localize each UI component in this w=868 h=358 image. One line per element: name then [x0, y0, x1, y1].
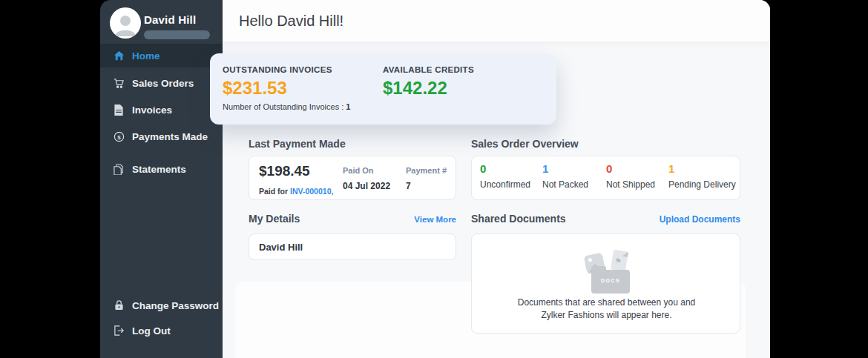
- documents-description: Documents that are shared between you an…: [472, 296, 741, 322]
- sidebar-item-label: Log Out: [132, 325, 171, 337]
- sidebar-item-label: Payments Made: [132, 131, 208, 142]
- sidebar: David Hill Home Sales Orders Invoices $ …: [100, 0, 223, 358]
- paid-for-line: Paid for INV-000010,: [259, 187, 333, 196]
- home-icon: [113, 50, 125, 62]
- invoice-icon: [113, 104, 125, 116]
- cart-icon: [113, 77, 125, 89]
- folder-label: DOCS: [591, 278, 630, 283]
- svg-text:$: $: [117, 133, 121, 140]
- sales-overview-card: 0 Unconfirmed 1 Not Packed 0 Not Shipped…: [471, 156, 740, 200]
- pdf-file-icon: ⚑: [611, 250, 628, 272]
- available-credits-label: AVAILABLE CREDITS: [383, 65, 546, 74]
- last-payment-title: Last Payment Made: [249, 138, 346, 150]
- user-name: David Hill: [144, 13, 196, 26]
- shared-documents-header: Shared Documents Upload Documents: [471, 213, 740, 225]
- stat-value: 1: [542, 162, 548, 175]
- docs-folder-icon: DOCS: [591, 270, 630, 294]
- page-header: Hello David Hill!: [223, 0, 770, 42]
- last-payment-card: $198.45 Paid for INV-000010, Paid On 04 …: [249, 156, 456, 200]
- invoice-link[interactable]: INV-000010,: [290, 187, 333, 196]
- logout-icon: [113, 325, 125, 337]
- main-content: Hello David Hill! OUTSTANDING INVOICES $…: [223, 0, 770, 358]
- sidebar-item-sales-orders[interactable]: Sales Orders: [100, 71, 223, 95]
- sidebar-item-home[interactable]: Home: [100, 44, 223, 67]
- lock-icon: [113, 299, 125, 311]
- shared-documents-title: Shared Documents: [471, 213, 566, 225]
- upload-documents-link[interactable]: Upload Documents: [660, 214, 740, 225]
- sidebar-item-payments-made[interactable]: $ Payments Made: [100, 125, 223, 148]
- payment-icon: $: [113, 130, 125, 142]
- payment-number-link[interactable]: 7: [406, 181, 473, 191]
- description-line1: Documents that are shared between you an…: [472, 296, 741, 309]
- user-subtitle-placeholder: [144, 30, 210, 39]
- view-more-link[interactable]: View More: [414, 215, 456, 224]
- paid-on-label: Paid On: [343, 166, 402, 175]
- stat-label: Unconfirmed: [480, 179, 530, 190]
- stat-label: Not Packed: [542, 179, 588, 190]
- paid-on-value: 04 Jul 2022: [343, 181, 410, 191]
- outstanding-invoices-label: OUTSTANDING INVOICES: [223, 65, 386, 74]
- stat-label: Not Shipped: [606, 179, 655, 190]
- greeting-title: Hello David Hill!: [239, 0, 343, 42]
- my-details-card[interactable]: David Hill: [249, 233, 456, 260]
- stat-label: Pending Delivery: [668, 179, 736, 190]
- sidebar-item-invoices[interactable]: Invoices: [100, 98, 223, 122]
- payment-amount: $198.45: [259, 163, 310, 179]
- customer-portal: David Hill Home Sales Orders Invoices $ …: [0, 0, 868, 358]
- outstanding-invoices-amount: $231.53: [223, 78, 386, 99]
- available-credits-amount: $142.22: [383, 78, 546, 99]
- count-value: 1: [346, 102, 350, 111]
- summary-card: OUTSTANDING INVOICES $231.53 Number of O…: [210, 53, 556, 125]
- shared-documents-card: ⚑ DOCS Documents that are shared between…: [471, 233, 740, 334]
- description-line2: Zylker Fashions will appear here.: [472, 309, 741, 322]
- person-icon: [114, 13, 137, 36]
- sidebar-item-log-out[interactable]: Log Out: [100, 319, 223, 342]
- sidebar-item-change-password[interactable]: Change Password: [100, 294, 223, 317]
- stat-value: 0: [480, 162, 486, 175]
- sidebar-item-label: Sales Orders: [132, 78, 194, 89]
- payment-number-label: Payment #: [406, 166, 465, 175]
- details-name-value: David Hill: [259, 234, 303, 261]
- paid-for-label: Paid for: [259, 187, 290, 196]
- sidebar-item-label: Statements: [132, 164, 186, 175]
- sidebar-item-statements[interactable]: Statements: [100, 157, 223, 181]
- stat-value: 1: [668, 162, 674, 175]
- stat-value: 0: [606, 162, 612, 175]
- my-details-title: My Details: [249, 213, 300, 225]
- my-details-header: My Details View More: [249, 213, 456, 225]
- sidebar-item-label: Invoices: [132, 105, 172, 116]
- count-label: Number of Outstanding Invoices :: [223, 102, 346, 111]
- statement-icon: [113, 163, 125, 175]
- sales-overview-title: Sales Order Overview: [471, 138, 579, 150]
- documents-illustration: ⚑ DOCS: [585, 249, 628, 294]
- sidebar-item-label: Home: [132, 50, 160, 62]
- outstanding-invoices-count: Number of Outstanding Invoices : 1: [223, 102, 415, 111]
- sidebar-item-label: Change Password: [132, 300, 219, 311]
- avatar[interactable]: [110, 7, 141, 39]
